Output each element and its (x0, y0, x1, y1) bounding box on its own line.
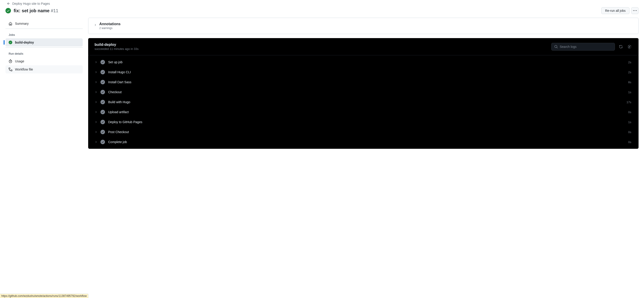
page-title: fix: set job name #11 (14, 8, 58, 13)
chevron-right-icon (94, 131, 97, 133)
page-header: Deploy Hugo site to Pages fix: set job n… (6, 0, 638, 18)
log-step-name: Install Dart Sass (108, 80, 625, 84)
arrow-left-icon (7, 2, 10, 5)
log-step-duration: 17s (626, 101, 632, 104)
log-search-wrapper[interactable] (551, 43, 615, 51)
sidebar-item-label: Workflow file (15, 68, 33, 71)
log-step[interactable]: Install Dart Sass 8s (93, 77, 634, 87)
check-circle-icon (9, 41, 12, 44)
home-icon (9, 22, 12, 25)
sidebar-item-workflow-file[interactable]: Workflow file (6, 65, 83, 73)
log-step[interactable]: Install Hugo CLI 2s (93, 67, 634, 77)
log-step-name: Install Hugo CLI (108, 70, 625, 74)
log-step-duration: 0s (628, 140, 632, 144)
sidebar-section-jobs: Jobs (6, 30, 83, 38)
log-step-name: Complete job (108, 140, 625, 144)
check-circle-icon (100, 90, 105, 94)
sidebar-item-usage[interactable]: Usage (6, 57, 83, 65)
job-title: build-deploy (94, 43, 138, 47)
chevron-right-icon (94, 81, 97, 83)
search-logs-input[interactable] (560, 45, 612, 48)
check-circle-icon (100, 110, 105, 114)
log-step-duration: 2s (628, 61, 632, 64)
back-link-label: Deploy Hugo site to Pages (12, 2, 50, 5)
log-step-name: Checkout (108, 90, 625, 94)
refresh-logs-button[interactable] (618, 44, 624, 49)
log-step-name: Build with Hugo (108, 100, 623, 104)
check-circle-icon (100, 70, 105, 74)
log-step[interactable]: Build with Hugo 17s (93, 97, 634, 107)
log-step-duration: 8s (628, 81, 632, 84)
log-step-name: Upload artifact (108, 110, 625, 114)
log-step-name: Post Checkout (108, 130, 625, 134)
more-actions-button[interactable] (631, 7, 638, 14)
log-step-duration: 0s (628, 130, 632, 134)
kebab-horizontal-icon (633, 9, 637, 12)
annotations-title: Annotations (99, 22, 120, 26)
title-row: fix: set job name #11 Re-run all jobs (6, 7, 638, 14)
check-circle-icon (100, 140, 105, 144)
log-step-duration: 2s (628, 71, 632, 74)
chevron-right-icon (94, 61, 97, 63)
annotations-box[interactable]: Annotations 2 warnings (88, 18, 638, 34)
chevron-right-icon (94, 121, 97, 123)
back-link[interactable]: Deploy Hugo site to Pages (7, 2, 638, 5)
sidebar-item-summary[interactable]: Summary (6, 19, 83, 28)
sync-icon (619, 45, 623, 48)
chevron-right-icon (94, 91, 97, 93)
chevron-right-icon (94, 111, 97, 113)
log-settings-button[interactable] (627, 44, 632, 49)
job-subtitle: succeeded 11 minutes ago in 33s (94, 47, 138, 51)
check-circle-icon (100, 130, 105, 134)
chevron-right-icon (94, 23, 96, 27)
rerun-all-jobs-button[interactable]: Re-run all jobs (601, 7, 630, 14)
log-step[interactable]: Complete job 0s (93, 137, 634, 147)
sidebar-item-label: Summary (15, 22, 29, 25)
sidebar-section-run-details: Run details (6, 48, 83, 57)
log-step[interactable]: Set up job 2s (93, 57, 634, 67)
chevron-right-icon (94, 101, 97, 103)
log-step[interactable]: Deploy to GitHub Pages 1s (93, 117, 634, 127)
log-steps: Set up job 2s Install Hugo CLI 2s Instal… (88, 55, 638, 149)
sidebar-item-label: Usage (15, 59, 24, 63)
check-circle-icon (100, 60, 105, 64)
chevron-right-icon (94, 141, 97, 143)
sidebar-item-job-build-deploy[interactable]: build-deploy (6, 38, 83, 46)
log-step[interactable]: Post Checkout 0s (93, 127, 634, 137)
annotations-subtitle: 2 warnings (99, 26, 120, 30)
log-step-duration: 1s (628, 121, 632, 124)
run-title: fix: set job name (14, 8, 50, 13)
chevron-right-icon (94, 71, 97, 73)
log-step-duration: 1s (628, 91, 632, 94)
check-circle-icon (100, 80, 105, 84)
check-circle-icon (100, 120, 105, 124)
workflow-icon (9, 68, 12, 71)
log-step[interactable]: Upload artifact 0s (93, 107, 634, 117)
status-success-icon (6, 8, 11, 13)
sidebar: Summary Jobs build-deploy Run details Us… (6, 18, 83, 154)
sidebar-item-label: build-deploy (15, 41, 34, 44)
log-step-name: Deploy to GitHub Pages (108, 120, 625, 124)
run-number: #11 (51, 8, 58, 13)
check-circle-icon (100, 100, 105, 104)
search-icon (554, 45, 558, 48)
log-panel: build-deploy succeeded 11 minutes ago in… (88, 38, 638, 149)
gear-icon (628, 45, 631, 48)
log-step[interactable]: Checkout 1s (93, 87, 634, 97)
log-step-duration: 0s (628, 111, 632, 114)
log-step-name: Set up job (108, 60, 625, 64)
main-content: Annotations 2 warnings build-deploy succ… (88, 18, 638, 154)
stopwatch-icon (9, 59, 12, 63)
